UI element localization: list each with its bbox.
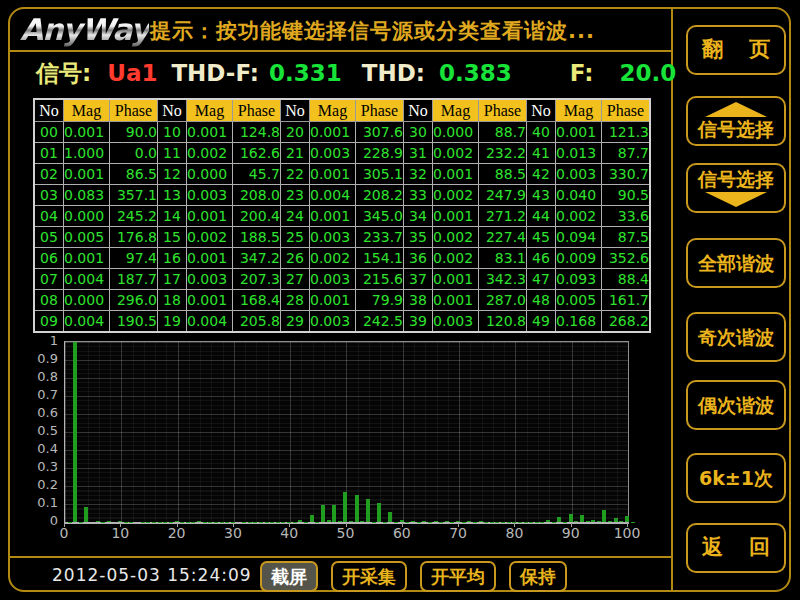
chart-bar xyxy=(321,505,325,522)
chart-bar xyxy=(569,514,573,522)
sidebar-button-signal-select-up[interactable]: 信号选择 xyxy=(686,96,786,146)
chart-bar xyxy=(580,515,584,522)
cell-mag: 0.013 xyxy=(556,143,602,164)
sidebar-button-signal-select-down[interactable]: 信号选择 xyxy=(686,163,786,213)
x-axis-tick-label: 40 xyxy=(269,525,309,541)
x-axis-tick-mark xyxy=(402,523,403,527)
harmonic-spectrum-plot xyxy=(64,341,629,524)
chart-bar xyxy=(118,521,122,522)
cell-phase: 86.5 xyxy=(110,164,158,185)
sidebar-button-all-harmonics[interactable]: 全部谐波 xyxy=(686,238,786,288)
cell-phase: 245.2 xyxy=(110,206,158,227)
cell-harmonic-no: 21 xyxy=(281,143,310,164)
button-label: 6k±1次 xyxy=(699,468,773,489)
cell-mag: 0.001 xyxy=(433,164,479,185)
y-axis-tick-label: 0.2 xyxy=(22,477,58,492)
sidebar-button-back[interactable]: 返回 xyxy=(686,523,786,573)
cell-harmonic-no: 17 xyxy=(158,269,187,290)
cell-harmonic-no: 09 xyxy=(34,311,64,333)
cell-harmonic-no: 27 xyxy=(281,269,310,290)
cell-phase: 162.6 xyxy=(233,143,281,164)
cell-phase: 232.2 xyxy=(479,143,527,164)
cell-mag: 1.000 xyxy=(64,143,110,164)
cell-phase: 188.5 xyxy=(233,227,281,248)
table-row: 070.004187.7170.003207.3270.003215.6370.… xyxy=(34,269,650,290)
cell-harmonic-no: 05 xyxy=(34,227,64,248)
chart-bar xyxy=(349,521,353,522)
cell-phase: 190.5 xyxy=(110,311,158,333)
cell-mag: 0.005 xyxy=(64,227,110,248)
cell-phase: 205.8 xyxy=(233,311,281,333)
cell-mag: 0.001 xyxy=(310,122,356,143)
table-row: 030.083357.1130.003208.0230.004208.2330.… xyxy=(34,185,650,206)
cell-mag: 0.003 xyxy=(310,143,356,164)
frequency-value: 20.0 xyxy=(619,60,676,86)
thdf-label: THD-F: xyxy=(171,60,259,86)
thd-label: THD: xyxy=(362,60,425,86)
cell-mag: 0.004 xyxy=(310,185,356,206)
x-axis-tick-mark xyxy=(233,523,234,527)
x-axis-tick-label: 70 xyxy=(438,525,478,541)
x-axis-tick-mark xyxy=(64,523,65,527)
button-label: 翻 xyxy=(702,38,723,61)
footer-button-screenshot[interactable]: 截屏 xyxy=(260,561,318,592)
cell-harmonic-no: 19 xyxy=(158,311,187,333)
table-header-row: NoMagPhaseNoMagPhaseNoMagPhaseNoMagPhase… xyxy=(34,99,650,122)
x-axis-tick-label: 100 xyxy=(607,525,647,541)
cell-mag: 0.004 xyxy=(64,269,110,290)
cell-phase: 227.4 xyxy=(479,227,527,248)
chart-bar xyxy=(619,521,623,522)
cell-phase: 88.7 xyxy=(479,122,527,143)
cell-mag: 0.002 xyxy=(310,248,356,269)
footer-button-start-average[interactable]: 开平均 xyxy=(420,561,496,592)
x-axis-tick-mark xyxy=(627,523,628,527)
harmonics-table-head: NoMagPhaseNoMagPhaseNoMagPhaseNoMagPhase… xyxy=(34,99,650,122)
cell-harmonic-no: 00 xyxy=(34,122,64,143)
header-divider xyxy=(9,50,672,52)
thdf-value: 0.331 xyxy=(269,60,342,86)
sidebar-button-even-harmonics[interactable]: 偶次谐波 xyxy=(686,380,786,430)
chart-bar xyxy=(287,522,291,523)
y-axis-tick-label: 0.7 xyxy=(22,387,58,402)
col-header-no: No xyxy=(527,99,556,122)
chart-bar xyxy=(422,521,426,522)
cell-harmonic-no: 15 xyxy=(158,227,187,248)
cell-mag: 0.168 xyxy=(556,311,602,333)
sidebar-button-odd-harmonics[interactable]: 奇次谐波 xyxy=(686,312,786,362)
cell-mag: 0.001 xyxy=(64,122,110,143)
col-header-mag: Mag xyxy=(187,99,233,122)
sidebar-button-6k-plus-minus-1[interactable]: 6k±1次 xyxy=(686,453,786,503)
table-row: 050.005176.8150.002188.5250.003233.7350.… xyxy=(34,227,650,248)
col-header-no: No xyxy=(404,99,433,122)
table-row: 020.00186.5120.00045.7220.001305.1320.00… xyxy=(34,164,650,185)
cell-phase: 287.0 xyxy=(479,290,527,311)
cell-mag: 0.003 xyxy=(187,185,233,206)
footer-button-start-capture[interactable]: 开采集 xyxy=(331,561,407,592)
col-header-no: No xyxy=(158,99,187,122)
cell-phase: 208.0 xyxy=(233,185,281,206)
cell-harmonic-no: 06 xyxy=(34,248,64,269)
table-row: 090.004190.5190.004205.8290.003242.5390.… xyxy=(34,311,650,333)
x-axis-tick-label: 0 xyxy=(44,525,84,541)
chart-bar xyxy=(73,342,77,522)
button-label: 返 xyxy=(702,536,723,559)
cell-harmonic-no: 46 xyxy=(527,248,556,269)
col-header-phase: Phase xyxy=(479,99,527,122)
cell-phase: 352.6 xyxy=(602,248,651,269)
sidebar-button-page-turn[interactable]: 翻页 xyxy=(686,25,786,75)
cell-phase: 305.1 xyxy=(356,164,404,185)
cell-phase: 187.7 xyxy=(110,269,158,290)
cell-phase: 90.0 xyxy=(110,122,158,143)
cell-mag: 0.002 xyxy=(187,227,233,248)
cell-mag: 0.003 xyxy=(310,311,356,333)
cell-phase: 200.4 xyxy=(233,206,281,227)
chart-bar xyxy=(141,522,145,523)
cell-harmonic-no: 37 xyxy=(404,269,433,290)
col-header-mag: Mag xyxy=(433,99,479,122)
cell-mag: 0.003 xyxy=(310,269,356,290)
footer-button-hold[interactable]: 保持 xyxy=(509,561,567,592)
cell-mag: 0.002 xyxy=(433,227,479,248)
cell-mag: 0.002 xyxy=(433,185,479,206)
button-label: 页 xyxy=(749,38,770,61)
col-header-phase: Phase xyxy=(110,99,158,122)
